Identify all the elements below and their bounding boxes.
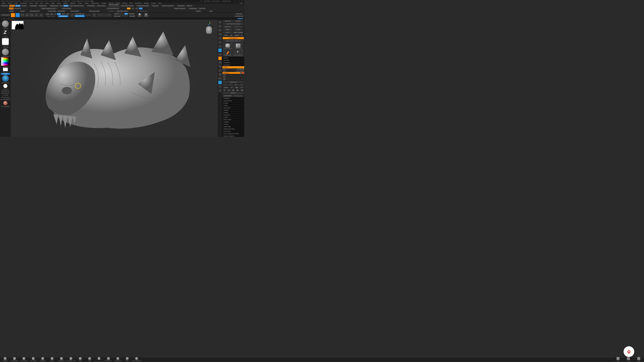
rp-goz[interactable]: GoZ: [222, 34, 229, 36]
keepgroups-toggle[interactable]: KeepGroups: [49, 5, 59, 7]
layer-row-1[interactable]: Pase 20.76991: [222, 70, 244, 72]
menu-alpha[interactable]: Alpha: [1, 2, 6, 4]
resolution-slider[interactable]: Resolution 128: [29, 10, 40, 12]
rp-make-polymesh[interactable]: Make PolyMesh3D: [233, 31, 243, 34]
alpha-thumbnail[interactable]: [2, 38, 9, 45]
menu-tool[interactable]: Tool: [129, 2, 134, 4]
menu-layer[interactable]: Layer: [44, 2, 50, 4]
zcut-toggle[interactable]: Zcut: [66, 13, 70, 15]
projectall-button[interactable]: ProjectAll: [151, 5, 159, 7]
rp-copy-tool[interactable]: Copy Tool: [222, 25, 233, 28]
sym-m-toggle[interactable]: >M<: [139, 7, 143, 9]
layer-ic-0[interactable]: ⊟: [222, 89, 227, 91]
layer-ic-4[interactable]: ◨: [240, 89, 244, 91]
rp-load-tool[interactable]: Load Tool: [222, 20, 233, 22]
texture-off-label[interactable]: Texture Off: [2, 47, 8, 48]
saveas-button-top[interactable]: Save As: [186, 5, 193, 7]
rp-clone[interactable]: Clone: [222, 31, 233, 34]
scroll-button[interactable]: Scroll: [218, 24, 222, 28]
section-texture-map[interactable]: Texture Map: [222, 125, 244, 128]
transp-toggle[interactable]: Transp: [218, 77, 222, 80]
rp-import[interactable]: Import: [222, 28, 233, 31]
rp-current-tool-name[interactable]: Armor headc_copy1.. 48: [222, 40, 244, 42]
material-item-5[interactable]: RS_OilClayRed: [1, 106, 10, 108]
material-item-1[interactable]: BasicMaterial2: [1, 92, 10, 94]
invert-vis-button[interactable]: Invert Vis: [235, 13, 243, 15]
menu-picker[interactable]: Picker: [83, 2, 90, 4]
double-toggle[interactable]: Double: [15, 5, 21, 7]
claypolish-button[interactable]: ClayPolish: [0, 5, 9, 7]
material-item-2[interactable]: Orb_clay: [1, 94, 10, 96]
loadtool-button-top[interactable]: Load Tool: [198, 7, 206, 9]
mirror-weld-button[interactable]: Mirror And Weld: [88, 10, 100, 12]
dynamic-label[interactable]: Dynamic: [85, 14, 92, 16]
enable-customize-button[interactable]: Enable Customize: [173, 7, 186, 9]
linefill-button[interactable]: Line Fill: [218, 72, 222, 76]
rp-paste-tool[interactable]: Paste Tool: [233, 25, 243, 28]
rgb-intensity-slider[interactable]: Rgb Intensity: [46, 15, 56, 17]
mrgb-toggle[interactable]: Mrgb: [45, 13, 50, 15]
split-unmasked-button[interactable]: Splt Unmasked Points: [69, 5, 84, 7]
activate-symmetry-button[interactable]: Activate Symmetry: [136, 5, 150, 7]
extra-icon-1[interactable]: ◈: [218, 85, 222, 88]
polyf-toggle[interactable]: PolyF: [218, 64, 222, 68]
tool-slot-0[interactable]: 31Armor headc_co: [223, 43, 233, 49]
bake-all-button[interactable]: Bake All: [222, 92, 244, 94]
section-vector-displacement-map[interactable]: Vector Displacement Map: [222, 132, 244, 135]
backface-mask-thumbnail[interactable]: [2, 75, 9, 82]
layer-row-4[interactable]: Layer: [222, 76, 244, 77]
camera-head-preview[interactable]: [206, 26, 212, 34]
rp-r[interactable]: R: [240, 34, 243, 36]
layer-rec-icon[interactable]: ●: [230, 86, 234, 89]
section-visibility[interactable]: Visibility: [222, 111, 244, 114]
menu-icon[interactable]: ≡: [234, 0, 236, 2]
accept-button[interactable]: Accept: [9, 10, 14, 12]
draw-size-slider[interactable]: Draw Size 33: [75, 15, 85, 17]
zadd-toggle[interactable]: Zadd: [57, 13, 61, 15]
menu-material[interactable]: Material: [69, 2, 77, 4]
alternate-toggle[interactable]: Alternate: [1, 73, 10, 75]
double2-button[interactable]: Double: [20, 10, 25, 12]
sculptris-icon[interactable]: ◉: [39, 13, 43, 17]
section-layers[interactable]: Layers: [222, 66, 244, 68]
rp-visible[interactable]: Visible: [234, 34, 240, 36]
extra-icon-2[interactable]: ◉: [218, 89, 222, 92]
layer-split-icon[interactable]: ▣: [234, 86, 239, 89]
section-geometry-hd[interactable]: Geometry HD: [222, 99, 244, 102]
actual-button[interactable]: Actual: [218, 32, 222, 36]
tool-slot-2[interactable]: SimpleBrush: [223, 50, 233, 56]
zremesher-button[interactable]: ZRemesher: [38, 5, 48, 7]
radialcount-label[interactable]: RadialCount: [139, 10, 148, 12]
layer-name-button[interactable]: Name: [222, 86, 230, 89]
smt-toggle[interactable]: Smt: [124, 13, 128, 15]
layer-row-0[interactable]: Pase 10.823: [222, 68, 244, 70]
viewport-canvas[interactable]: [11, 19, 218, 137]
section-geometry[interactable]: Geometry: [222, 59, 244, 61]
gradient-label[interactable]: Gradient: [3, 66, 8, 67]
scale-mode-button[interactable]: Scale: [25, 13, 29, 17]
menu-movie[interactable]: Movie: [77, 2, 83, 4]
group-masked-button[interactable]: Group Masked: [61, 7, 72, 9]
zsub-toggle[interactable]: Zsub: [61, 13, 66, 15]
import-mdd-button[interactable]: Import MDD: [222, 94, 233, 97]
half-button[interactable]: Half: [59, 5, 63, 7]
layer-row-2[interactable]: ClayTubes 1: [222, 72, 244, 74]
preprocess-button[interactable]: Pre-process Current: [120, 5, 134, 7]
section-surface[interactable]: Surface: [222, 104, 244, 107]
floor-toggle[interactable]: Floor: [218, 44, 222, 48]
seethrough-slider[interactable]: See-through.. 0: [212, 0, 221, 2]
stroke-thumbnail[interactable]: [2, 29, 9, 36]
section-fibermesh[interactable]: FiberMesh: [222, 97, 244, 99]
rec-icon[interactable]: [242, 70, 244, 72]
menu-draw[interactable]: Draw: [28, 2, 34, 4]
menu-brush[interactable]: Brush: [7, 2, 13, 4]
xpose-button[interactable]: Xpose: [218, 56, 222, 60]
menu-zplugin[interactable]: Zplugin: [143, 2, 150, 4]
close-holes-button[interactable]: Close Holes: [47, 10, 57, 12]
rgb-toggle[interactable]: Rgb: [50, 13, 54, 15]
layer-ic-1[interactable]: ⊞: [227, 89, 231, 91]
menu-preferences[interactable]: Preferences: [90, 2, 100, 4]
mdd-speed-slider[interactable]: MDD Speed: [233, 94, 243, 97]
focal-shift-slider[interactable]: Focal Shift -56: [75, 13, 85, 15]
zoom-button[interactable]: Zoom: [218, 28, 222, 32]
